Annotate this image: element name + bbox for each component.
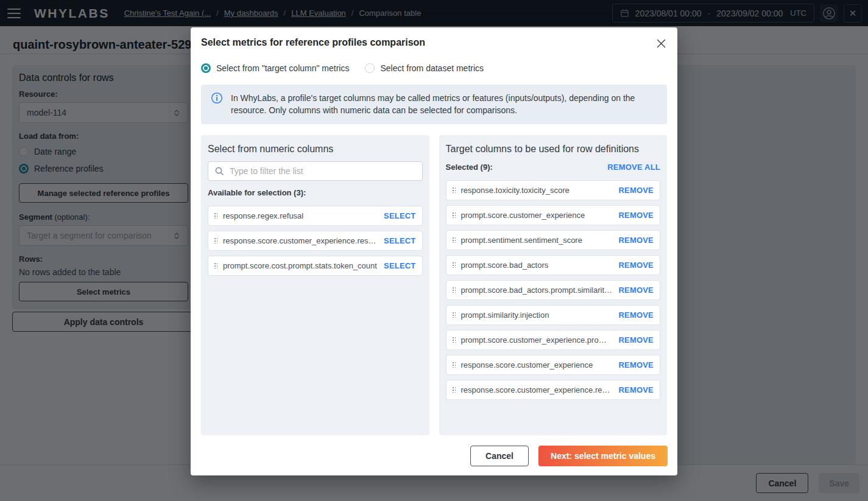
radio-circle-off [365,63,375,73]
radio-dataset-label: Select from dataset metrics [380,63,484,73]
selected-count-label: Selected (9): [446,163,493,172]
select-metric-button[interactable]: SELECT [384,261,415,270]
remove-metric-button[interactable]: REMOVE [618,286,654,295]
selected-metric-row: prompt.score.bad_actors REMOVE [446,255,661,275]
close-icon [656,38,666,49]
target-columns-panel: Target columns to be used for row defini… [439,135,668,435]
drag-handle-icon[interactable] [452,237,456,243]
modal-footer: Cancel Next: select metric values [470,446,668,466]
metric-name: prompt.score.customer_experience.prompt.… [461,335,613,345]
drag-handle-icon[interactable] [452,287,456,293]
select-metrics-modal: Select metrics for reference profiles co… [191,27,677,475]
available-panel-title: Select from numeric columns [208,144,423,155]
metric-source-radio-group: Select from "target column" metrics Sele… [201,63,667,73]
remove-all-button[interactable]: REMOVE ALL [607,163,660,172]
metric-name: response.regex.refusal [223,211,378,220]
app-screen: WHYLABS Christine's Test Again (... / My… [0,0,868,501]
selected-metric-row: response.score.customer_experience REMOV… [446,355,661,375]
available-metric-row: prompt.score.cost.prompt.stats.token_cou… [208,256,423,276]
metric-name: response.toxicity.toxicity_score [461,186,613,195]
drag-handle-icon[interactable] [452,187,456,193]
drag-handle-icon[interactable] [214,237,217,243]
metric-name: response.score.customer_experience [461,360,613,370]
metric-name: prompt.score.bad_actors [461,261,613,270]
modal-close-button[interactable] [655,37,668,50]
radio-target-column-metrics[interactable]: Select from "target column" metrics [201,63,349,73]
available-columns-panel: Select from numeric columns Available fo… [201,135,429,435]
drag-handle-icon[interactable] [452,387,456,393]
selected-metric-list: response.toxicity.toxicity_score REMOVE … [446,180,661,400]
drag-handle-icon[interactable] [452,362,456,368]
remove-metric-button[interactable]: REMOVE [618,236,654,245]
filter-search-box [208,161,423,181]
selected-metric-row: response.score.customer_experience.respo… [446,380,661,400]
available-count-label: Available for selection (3): [208,188,423,197]
selected-metric-row: prompt.sentiment.sentiment_score REMOVE [446,230,661,250]
drag-handle-icon[interactable] [452,262,456,268]
selected-metric-row: prompt.score.customer_experience REMOVE [446,205,661,225]
remove-metric-button[interactable]: REMOVE [618,261,654,270]
available-metric-row: response.regex.refusal SELECT [208,206,423,226]
info-text: In WhyLabs, a profile's target columns m… [231,92,651,117]
drag-handle-icon[interactable] [452,312,456,318]
search-icon [214,166,224,176]
available-metric-row: response.score.customer_experience.respo… [208,231,423,251]
remove-metric-button[interactable]: REMOVE [618,186,654,195]
metric-name: prompt.score.bad_actors.prompt.similarit… [461,286,613,295]
modal-title: Select metrics for reference profiles co… [201,37,425,48]
info-banner: In WhyLabs, a profile's target columns m… [201,85,667,124]
remove-metric-button[interactable]: REMOVE [618,310,654,320]
remove-metric-button[interactable]: REMOVE [618,335,654,345]
selected-metric-row: response.toxicity.toxicity_score REMOVE [446,180,661,200]
select-metric-button[interactable]: SELECT [384,211,415,220]
remove-metric-button[interactable]: REMOVE [618,211,654,220]
radio-dataset-metrics[interactable]: Select from dataset metrics [365,63,484,73]
available-metric-list: response.regex.refusal SELECT response.s… [208,206,423,276]
drag-handle-icon[interactable] [452,337,456,343]
remove-metric-button[interactable]: REMOVE [618,385,654,394]
selected-metric-row: prompt.score.customer_experience.prompt.… [446,330,661,350]
metric-name: response.score.customer_experience.respo… [461,385,613,394]
modal-cancel-button[interactable]: Cancel [470,446,529,466]
radio-target-column-label: Select from "target column" metrics [216,63,349,73]
next-select-metric-values-button[interactable]: Next: select metric values [538,446,668,466]
info-icon [211,92,223,104]
metric-name: prompt.sentiment.sentiment_score [461,236,613,245]
filter-search-input[interactable] [230,166,416,176]
modal-panels: Select from numeric columns Available fo… [201,135,667,435]
selected-metric-row: prompt.score.bad_actors.prompt.similarit… [446,280,661,300]
target-panel-title: Target columns to be used for row defini… [446,144,661,155]
metric-name: prompt.score.cost.prompt.stats.token_cou… [223,261,378,270]
selected-metric-row: prompt.similarity.injection REMOVE [446,305,661,325]
modal-header: Select metrics for reference profiles co… [191,27,677,50]
radio-circle-on [201,63,211,73]
selected-head: Selected (9): REMOVE ALL [446,163,661,172]
metric-name: prompt.similarity.injection [461,310,613,320]
metric-name: response.score.customer_experience.respo… [223,236,378,245]
select-metric-button[interactable]: SELECT [384,236,415,245]
drag-handle-icon[interactable] [214,262,217,268]
metric-name: prompt.score.customer_experience [461,211,613,220]
drag-handle-icon[interactable] [214,212,217,219]
drag-handle-icon[interactable] [452,212,456,218]
remove-metric-button[interactable]: REMOVE [618,360,654,370]
